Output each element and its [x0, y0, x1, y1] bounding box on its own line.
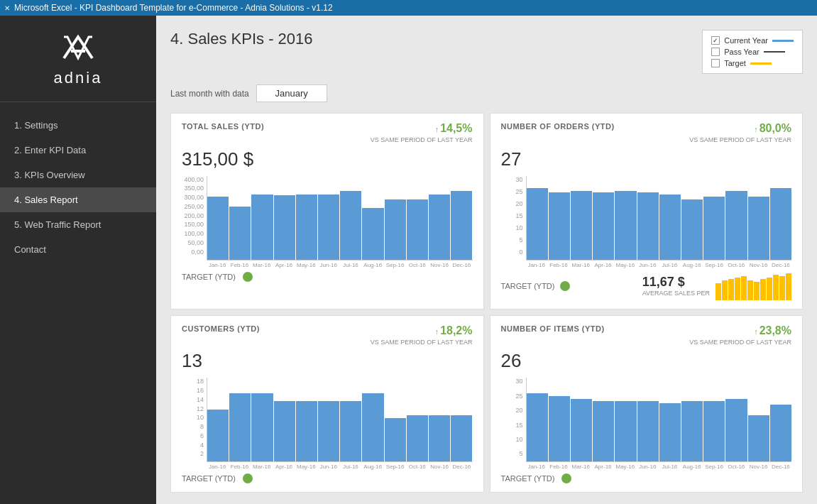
kpi-header-customers: CUSTOMERS (YTD)↑18,2%VS SAME PERIOD OF L…: [182, 324, 473, 347]
x-axis-label: May-16: [615, 464, 636, 470]
kpi-arrow-total-sales: ↑: [435, 125, 439, 133]
bar[interactable]: [659, 195, 681, 260]
title-bar: ✕ Microsoft Excel - KPI Dashboard Templa…: [0, 0, 817, 16]
filter-value[interactable]: January: [256, 84, 327, 102]
bar[interactable]: [637, 192, 659, 259]
y-axis-label: 150,00: [182, 221, 204, 228]
x-axis-label: Jan-16: [526, 262, 547, 268]
sidebar-item-sales-report[interactable]: 4. Sales Report: [0, 187, 156, 212]
x-axis-label: Feb-16: [229, 262, 250, 268]
sidebar-item-enter-kpi[interactable]: 2. Enter KPI Data: [0, 138, 156, 163]
bar[interactable]: [549, 192, 570, 259]
x-axis-label: Jun-16: [317, 262, 339, 268]
bar[interactable]: [725, 191, 747, 260]
bar[interactable]: [681, 401, 703, 461]
bar[interactable]: [770, 405, 791, 461]
bar[interactable]: [229, 393, 251, 462]
chart-items: 30252015105Jan-16Feb-16Mar-16Apr-16May-1…: [501, 378, 792, 470]
bar[interactable]: [429, 415, 450, 461]
legend-checkbox-target[interactable]: [711, 59, 720, 67]
bar[interactable]: [407, 199, 428, 260]
bar[interactable]: [703, 401, 725, 461]
target-label: TARGET (YTD): [182, 273, 236, 281]
adnia-logo-icon: [57, 30, 99, 65]
y-axis-label: 0,00: [182, 248, 204, 256]
bar[interactable]: [207, 197, 229, 260]
bar[interactable]: [748, 415, 769, 461]
kpi-change-value-customers: 18,2%: [440, 324, 472, 336]
bar[interactable]: [770, 188, 791, 259]
x-axis-label: Mar-16: [251, 464, 273, 470]
bar[interactable]: [637, 401, 659, 461]
bar[interactable]: [340, 401, 361, 461]
x-axis-label: May-16: [295, 464, 317, 470]
avg-sales-info: 11,67 $AVERAGE SALES PER: [642, 275, 710, 297]
chart-inner-total-sales: Jan-16Feb-16Mar-16Apr-16May-16Jun-16Jul-…: [207, 176, 473, 268]
x-axis-label: Jul-16: [340, 464, 361, 470]
kpi-arrow-customers: ↑: [435, 327, 439, 336]
bar[interactable]: [748, 197, 769, 260]
mini-bar: [722, 280, 728, 300]
bar[interactable]: [681, 199, 703, 260]
y-axis-label: 16: [182, 387, 204, 394]
target-dot: [243, 272, 253, 282]
bar[interactable]: [296, 401, 317, 461]
bar[interactable]: [429, 195, 450, 260]
x-axis-label: Mar-16: [570, 262, 591, 268]
bar[interactable]: [593, 192, 614, 259]
bar[interactable]: [615, 401, 636, 461]
y-axis-label: 30: [501, 176, 523, 183]
bars-area-orders: [526, 176, 792, 261]
bar[interactable]: [451, 191, 472, 260]
kpi-change-label-items: VS SAME PERIOD OF LAST YEAR: [689, 339, 791, 346]
x-axis-label: Aug-16: [362, 464, 383, 470]
bar[interactable]: [593, 401, 614, 461]
x-axis-label: Sep-16: [384, 262, 405, 268]
x-axis-label: Dec-16: [770, 262, 791, 268]
bar[interactable]: [251, 393, 273, 462]
legend-line-yellow: [750, 62, 772, 65]
bar[interactable]: [615, 191, 636, 260]
x-labels-customers: Jan-16Feb-16Mar-16Apr-16May-16Jun-16Jul-…: [207, 464, 473, 470]
bar[interactable]: [549, 396, 570, 461]
bar[interactable]: [207, 410, 229, 461]
bar[interactable]: [571, 191, 592, 260]
bar[interactable]: [362, 208, 383, 260]
bar[interactable]: [251, 195, 273, 260]
sidebar-item-web-traffic[interactable]: 5. Web Traffic Report: [0, 212, 156, 237]
bar[interactable]: [229, 207, 251, 259]
legend-checkbox-pass[interactable]: [711, 48, 720, 56]
bar[interactable]: [274, 195, 295, 260]
sidebar-item-contact[interactable]: Contact: [0, 237, 156, 262]
bar[interactable]: [703, 197, 725, 260]
bar[interactable]: [527, 393, 548, 462]
legend-checkbox-current[interactable]: ✓: [711, 36, 720, 45]
target-row-total-sales: TARGET (YTD): [182, 272, 473, 282]
bar[interactable]: [451, 415, 472, 461]
bar[interactable]: [407, 415, 428, 461]
x-labels-orders: Jan-16Feb-16Mar-16Apr-16May-16Jun-16Jul-…: [526, 262, 792, 268]
bar[interactable]: [318, 401, 339, 461]
mini-bar: [779, 276, 785, 300]
bar[interactable]: [659, 403, 681, 462]
bar[interactable]: [527, 188, 548, 259]
y-axis-label: 350,00: [182, 185, 204, 192]
bar[interactable]: [340, 191, 361, 260]
bar[interactable]: [385, 418, 406, 461]
page-header: 4. Sales KPIs - 2016 ✓ Current Year Pass…: [170, 30, 803, 74]
bar[interactable]: [362, 393, 383, 462]
bar[interactable]: [385, 199, 406, 260]
kpi-header-orders: NUMBER OF ORDERS (YTD)↑80,0%VS SAME PERI…: [501, 122, 792, 145]
bar[interactable]: [274, 401, 295, 461]
sidebar-item-settings[interactable]: 1. Settings: [0, 113, 156, 138]
bar[interactable]: [318, 195, 339, 260]
bar[interactable]: [725, 399, 747, 462]
title-bar-text: Microsoft Excel - KPI Dashboard Template…: [14, 3, 333, 13]
chart-orders: 302520151050Jan-16Feb-16Mar-16Apr-16May-…: [501, 176, 792, 268]
y-axis-label: 10: [501, 436, 523, 443]
bar[interactable]: [571, 399, 592, 462]
sidebar-item-kpis-overview[interactable]: 3. KPIs Overview: [0, 163, 156, 187]
y-axis-label: 50,00: [182, 239, 204, 246]
bar[interactable]: [296, 195, 317, 260]
sidebar: adnia 1. Settings 2. Enter KPI Data 3. K…: [0, 16, 156, 504]
